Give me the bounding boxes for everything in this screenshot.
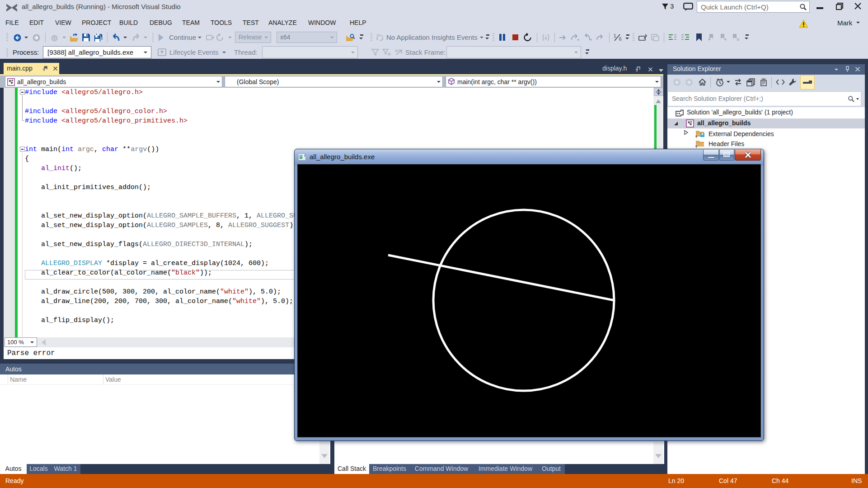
- svg-text:6: 6: [619, 37, 622, 42]
- svg-text:1: 1: [614, 33, 616, 38]
